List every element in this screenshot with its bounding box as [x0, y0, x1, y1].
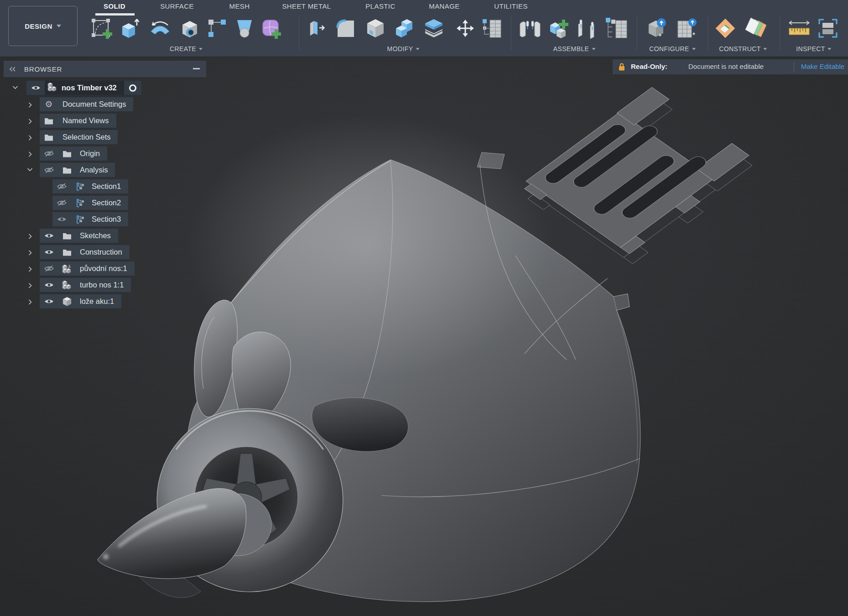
root-item-label: nos Timber v32	[62, 84, 117, 92]
item-label: Named Views	[62, 116, 109, 125]
visibility-eye-dimmed-icon[interactable]	[52, 216, 71, 223]
visibility-eye-icon[interactable]	[40, 298, 58, 305]
configuration-icon	[645, 17, 668, 40]
chevron-down-icon	[416, 48, 419, 50]
construct-label: CONSTRUCT	[719, 45, 760, 52]
shell-button[interactable]	[363, 16, 388, 41]
chevron-expanded-icon[interactable]	[13, 86, 19, 90]
tab-solid[interactable]: SOLID	[104, 2, 125, 10]
revolve-icon	[149, 17, 172, 40]
measure-icon	[786, 16, 812, 41]
inspect-label: INSPECT	[796, 45, 825, 52]
section-analysis-button[interactable]	[817, 16, 839, 41]
modify-label: MODIFY	[387, 45, 413, 52]
revolve-button[interactable]	[149, 16, 172, 41]
minus-icon[interactable]	[193, 68, 200, 69]
visibility-eye-off-icon[interactable]	[40, 150, 58, 157]
fillet-button[interactable]	[334, 16, 357, 41]
configuration-button[interactable]	[645, 16, 668, 41]
item-label: Sketches	[80, 231, 111, 240]
press-pull-button[interactable]	[306, 16, 327, 41]
as-built-joint-icon	[575, 17, 598, 40]
visibility-eye-icon[interactable]	[40, 249, 58, 256]
combine-icon	[392, 16, 416, 40]
group-label-assemble[interactable]: ASSEMBLE	[553, 45, 596, 52]
component-table-button[interactable]	[603, 16, 629, 41]
browser-header: BROWSER	[4, 61, 206, 77]
visibility-eye-icon[interactable]	[40, 282, 58, 288]
tab-manage[interactable]: MANAGE	[429, 2, 459, 10]
tab-surface[interactable]: SURFACE	[160, 2, 194, 10]
chevron-down-icon	[57, 25, 61, 27]
make-editable-link[interactable]: Make Editable	[801, 63, 844, 70]
group-label-create[interactable]: CREATE	[170, 45, 203, 52]
toolbar-divider	[511, 16, 511, 50]
new-component-button[interactable]	[546, 16, 569, 41]
create-form-button[interactable]	[259, 16, 285, 41]
folder-icon	[58, 249, 76, 256]
configuration-table-button[interactable]	[674, 16, 698, 41]
chevron-expanded-icon[interactable]	[28, 168, 34, 172]
item-label: Document Settings	[62, 100, 126, 109]
measure-button[interactable]	[786, 16, 812, 41]
design-menu-button[interactable]: DESIGN	[8, 6, 78, 46]
group-label-inspect[interactable]: INSPECT	[796, 45, 831, 52]
extrude-icon	[117, 16, 140, 40]
item-label: Construction	[80, 248, 122, 256]
offset-plane-icon	[744, 16, 769, 41]
group-label-configure[interactable]: CONFIGURE	[649, 45, 696, 52]
rectangular-pattern-button[interactable]	[207, 16, 228, 41]
group-label-construct[interactable]: CONSTRUCT	[719, 45, 767, 52]
chevron-right-icon[interactable]	[28, 249, 33, 255]
combine-button[interactable]	[392, 16, 416, 41]
visibility-eye-off-icon[interactable]	[40, 265, 58, 272]
offset-plane-button[interactable]	[744, 16, 769, 41]
assemble-label: ASSEMBLE	[553, 45, 589, 52]
item-label: Section1	[92, 182, 121, 191]
chevron-right-icon[interactable]	[28, 134, 33, 140]
change-parameters-button[interactable]	[480, 16, 504, 41]
tab-sheet-metal[interactable]: SHEET METAL	[282, 2, 331, 10]
configure-label: CONFIGURE	[649, 45, 689, 52]
folder-icon	[58, 150, 76, 157]
as-built-joint-button[interactable]	[575, 16, 598, 41]
chevron-right-icon[interactable]	[28, 266, 33, 271]
chevron-right-icon[interactable]	[28, 282, 33, 288]
chevron-right-icon[interactable]	[28, 118, 33, 124]
joint-button[interactable]	[517, 16, 543, 41]
collapse-panel-icon[interactable]	[9, 67, 16, 72]
tab-mesh[interactable]: MESH	[229, 2, 250, 10]
visibility-eye-off-icon[interactable]	[52, 183, 71, 190]
section-icon	[71, 198, 90, 208]
tab-utilities[interactable]: UTILITIES	[494, 2, 528, 10]
chevron-right-icon[interactable]	[28, 298, 33, 304]
create-form-icon	[259, 16, 285, 41]
hole-button[interactable]	[179, 16, 201, 41]
split-body-button[interactable]	[421, 16, 446, 41]
visibility-eye-off-icon[interactable]	[40, 167, 58, 173]
component-grounded-icon: ⚓	[58, 264, 76, 274]
loft-button[interactable]	[233, 16, 256, 41]
press-pull-icon	[306, 18, 327, 39]
hole-icon	[179, 17, 201, 39]
chevron-right-icon[interactable]	[28, 233, 33, 239]
visibility-eye-off-icon[interactable]	[52, 199, 71, 206]
construction-plane-button[interactable]	[714, 16, 736, 41]
construction-plane-icon	[714, 17, 736, 39]
section-analysis-icon	[817, 17, 839, 40]
chevron-down-icon	[592, 48, 595, 50]
visibility-eye-icon[interactable]	[26, 84, 45, 91]
tab-plastic[interactable]: PLASTIC	[365, 2, 395, 10]
create-sketch-button[interactable]	[90, 16, 114, 41]
lock-icon	[618, 63, 625, 73]
visibility-eye-icon[interactable]	[40, 232, 58, 239]
chevron-right-icon[interactable]	[28, 151, 33, 157]
extrude-button[interactable]	[117, 16, 140, 41]
activate-component-radio[interactable]	[124, 81, 141, 95]
move-copy-button[interactable]	[455, 16, 475, 41]
design-label: DESIGN	[25, 22, 52, 30]
chevron-down-icon	[764, 48, 767, 50]
group-label-modify[interactable]: MODIFY	[387, 45, 420, 52]
chevron-right-icon[interactable]	[28, 101, 33, 107]
read-only-label: Read-Only:	[631, 63, 667, 70]
